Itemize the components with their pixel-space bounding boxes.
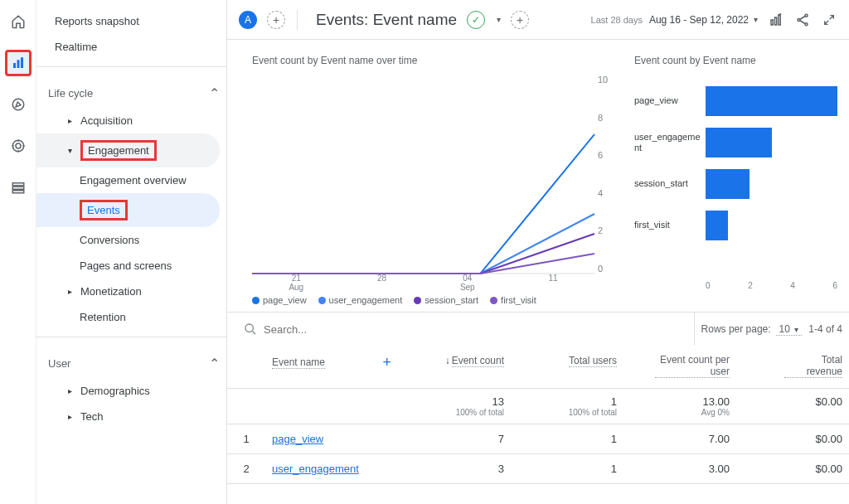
chevron-up-icon: ⌃ (209, 85, 220, 101)
chevron-down-icon: ▾ (794, 325, 798, 334)
sidebar-item-events[interactable]: Events (36, 193, 220, 227)
search-icon (244, 322, 257, 336)
add-dimension-button[interactable]: + (382, 354, 391, 371)
col-ec-per-user[interactable]: Event count per user (623, 346, 736, 386)
svg-point-14 (805, 22, 808, 25)
svg-point-5 (16, 143, 21, 148)
summary-sub: 100% of total (517, 408, 617, 417)
svg-rect-10 (775, 17, 777, 25)
sidebar-item-tech[interactable]: ▸Tech (36, 404, 226, 429)
sidebar-item-realtime[interactable]: Realtime (36, 34, 226, 60)
summary-value: $0.00 (743, 395, 842, 408)
sidebar-item-engagement-overview[interactable]: Engagement overview (36, 167, 226, 193)
sidebar-item-label: Acquisition (80, 114, 133, 127)
svg-rect-0 (13, 63, 16, 68)
bar-row: page_view (634, 81, 837, 121)
col-total-users[interactable]: Total users (511, 346, 623, 376)
chevron-down-icon[interactable]: ▾ (497, 15, 501, 24)
sidebar-item-acquisition[interactable]: ▸Acquisition (36, 108, 226, 133)
sidebar-item-label: Events (80, 200, 128, 220)
explore-icon[interactable] (5, 91, 32, 118)
event-link[interactable]: page_view (272, 433, 323, 445)
line-chart-card: Event count by Event name over time 1086… (252, 55, 618, 305)
sidebar-item-pages-screens[interactable]: Pages and screens (36, 253, 226, 279)
svg-rect-6 (12, 183, 24, 186)
bar-chart-card: Event count by Event name 0246 page_view… (634, 55, 837, 305)
table-search[interactable] (227, 313, 695, 346)
date-range-prefix: Last 28 days (591, 15, 643, 25)
chevron-right-icon: ▸ (68, 412, 72, 421)
chevron-right-icon: ▸ (68, 287, 72, 296)
svg-rect-11 (779, 15, 780, 25)
summary-sub: Avg 0% (630, 408, 730, 417)
expand-icon[interactable] (821, 13, 837, 27)
page-title: Events: Event name (316, 11, 457, 29)
chart-title: Event count by Event name (634, 55, 837, 66)
sidebar-section-life-cycle[interactable]: Life cycle ⌃ (36, 74, 226, 108)
svg-rect-2 (21, 57, 23, 68)
add-comparison-button[interactable]: + (267, 11, 285, 29)
col-total-revenue[interactable]: Total revenue (736, 346, 849, 386)
sidebar-section-label: Life cycle (48, 87, 93, 99)
reports-sidebar: Reports snapshot Realtime Life cycle ⌃ ▸… (36, 0, 227, 504)
share-icon[interactable] (794, 12, 811, 27)
svg-point-12 (805, 14, 808, 17)
table-header-row: Event name+ ↓Event count Total users Eve… (227, 346, 849, 389)
rows-per-page[interactable]: Rows per page: 10 ▾ (695, 323, 809, 336)
table-summary-row: 13100% of total 1100% of total 13.00Avg … (227, 389, 849, 424)
sidebar-item-conversions[interactable]: Conversions (36, 227, 226, 253)
pagination-range: 1-4 of 4 (808, 323, 849, 335)
sidebar-item-engagement[interactable]: ▾Engagement (36, 133, 220, 167)
edit-comparisons-icon[interactable] (768, 12, 784, 27)
date-range-value: Aug 16 - Sep 12, 2022 (649, 14, 749, 26)
chevron-up-icon: ⌃ (209, 356, 220, 371)
summary-value: 13.00 (630, 395, 730, 408)
svg-rect-9 (771, 20, 773, 25)
sidebar-item-label: Tech (80, 410, 103, 423)
sidebar-section-label: User (48, 357, 70, 370)
sidebar-item-reports-snapshot[interactable]: Reports snapshot (36, 8, 226, 34)
sidebar-item-monetization[interactable]: ▸Monetization (36, 279, 226, 304)
chevron-right-icon: ▸ (68, 386, 72, 395)
y-axis: 1086420 (598, 75, 618, 274)
sidebar-section-user[interactable]: User ⌃ (36, 344, 226, 378)
svg-point-13 (798, 18, 800, 21)
bar-row: first_visit (634, 206, 837, 245)
event-link[interactable]: user_engagement (272, 463, 359, 475)
table-row: 1page_view717.00$0.00 (227, 424, 849, 454)
customize-add-button[interactable]: + (511, 11, 529, 29)
summary-value: 13 (405, 395, 504, 408)
sort-desc-icon: ↓ (445, 355, 450, 366)
table-toolbar: Rows per page: 10 ▾ 1-4 of 4 (227, 313, 849, 346)
svg-point-16 (245, 324, 253, 332)
advertising-icon[interactable] (5, 133, 32, 159)
chart-legend: page_viewuser_engagementsession_startfir… (252, 295, 618, 305)
home-icon[interactable] (5, 8, 32, 35)
configure-icon[interactable] (5, 174, 32, 201)
x-axis: 0246 (706, 281, 837, 290)
bar-chart: 0246 page_viewuser_engagementsession_sta… (634, 75, 837, 290)
svg-point-4 (12, 140, 24, 152)
col-event-count[interactable]: ↓Event count (398, 346, 511, 376)
bar-row: user_engagement (634, 123, 837, 162)
summary-value: 1 (517, 395, 617, 408)
chevron-down-icon: ▾ (754, 15, 758, 24)
segment-all-users-badge[interactable]: A (239, 11, 257, 29)
x-axis: 21Aug2804Sep11 (252, 274, 594, 290)
sidebar-item-label: Monetization (80, 285, 142, 298)
search-input[interactable] (264, 323, 380, 336)
left-nav-rail (0, 0, 36, 504)
line-chart: 1086420 21Aug2804Sep11 (252, 75, 618, 290)
date-range-picker[interactable]: Last 28 days Aug 16 - Sep 12, 2022 ▾ (591, 14, 758, 26)
status-check-icon[interactable]: ✓ (467, 11, 485, 29)
reports-icon[interactable] (5, 50, 32, 76)
svg-rect-7 (12, 187, 24, 189)
sidebar-item-demographics[interactable]: ▸Demographics (36, 378, 226, 404)
rows-per-page-value: 10 (779, 323, 790, 335)
svg-rect-1 (17, 60, 19, 68)
summary-sub: 100% of total (405, 408, 504, 417)
col-event-name[interactable]: Event name+ (265, 346, 398, 380)
bar-row: session_start (634, 164, 837, 204)
sidebar-item-retention[interactable]: Retention (36, 304, 226, 330)
sidebar-item-label: Engagement (80, 140, 157, 161)
